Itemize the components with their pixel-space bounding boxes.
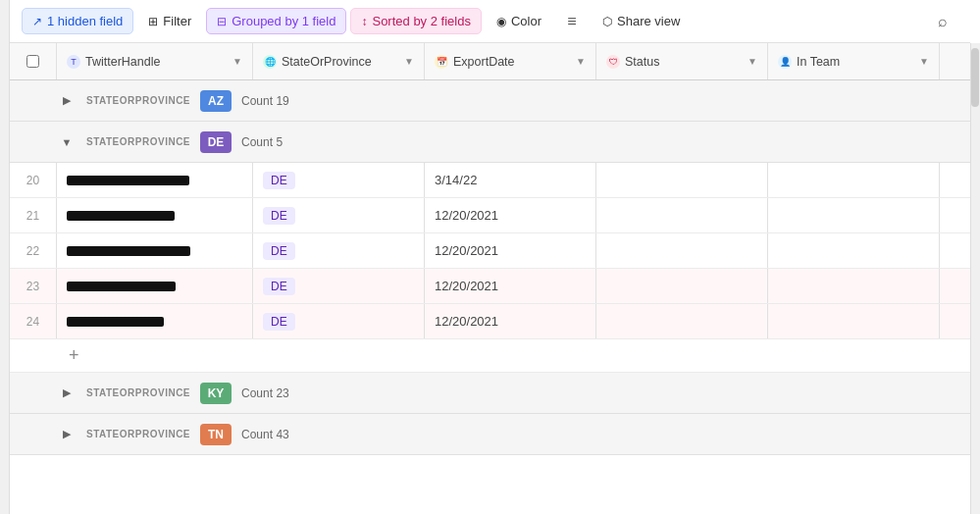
state-sort-arrow: ▼	[404, 56, 414, 67]
inteam-sort-arrow: ▼	[919, 56, 929, 67]
col-label-status: Status	[625, 55, 659, 69]
cell-twitter	[57, 198, 253, 232]
export-sort-arrow: ▼	[576, 56, 586, 67]
cell-status	[596, 304, 768, 338]
share-icon: ⬡	[602, 15, 612, 28]
cell-status	[596, 233, 768, 268]
twitter-sort-arrow: ▼	[232, 56, 242, 67]
add-row-button[interactable]: +	[10, 339, 970, 373]
status-field-icon: 🛡	[606, 55, 620, 69]
row-number: 22	[10, 233, 57, 268]
filter-label: Filter	[163, 14, 191, 28]
export-field-icon: 📅	[435, 55, 448, 69]
cell-inteam	[768, 233, 940, 268]
color-button[interactable]: ◉ Color	[486, 8, 552, 34]
color-label: Color	[511, 14, 542, 28]
cell-export: 12/20/2021	[425, 198, 596, 232]
filter-icon: ⊞	[148, 15, 158, 28]
color-icon: ◉	[496, 15, 506, 28]
group-count-AZ: Count 19	[241, 94, 289, 108]
cell-state: DE	[253, 198, 425, 232]
search-button[interactable]: ⌕	[927, 6, 958, 37]
expand-btn-AZ[interactable]: ▶	[57, 91, 77, 111]
col-header-state[interactable]: 🌐 StateOrProvince ▼	[253, 43, 425, 79]
state-pill: DE	[263, 242, 295, 260]
scroll-thumb[interactable]	[971, 48, 979, 107]
cell-export: 3/14/22	[425, 163, 596, 197]
group-badge-AZ: AZ	[200, 90, 232, 112]
col-label-state: StateOrProvince	[282, 55, 372, 69]
group-row-KY: ▶STATEORPROVINCEKYCount 23	[10, 373, 970, 414]
row-number: 23	[10, 269, 57, 303]
scrollbar[interactable]	[970, 43, 980, 514]
state-pill: DE	[263, 278, 295, 295]
state-pill: DE	[263, 207, 295, 225]
table-row[interactable]: 21DE12/20/2021	[10, 198, 970, 233]
col-header-export[interactable]: 📅 ExportDate ▼	[425, 43, 596, 79]
col-header-status[interactable]: 🛡 Status ▼	[596, 43, 768, 79]
group-row-TN: ▶STATEORPROVINCETNCount 43	[10, 414, 970, 455]
group-label: Grouped by 1 field	[232, 14, 335, 28]
select-all-checkbox[interactable]	[26, 55, 39, 68]
table-row[interactable]: 22DE12/20/2021	[10, 233, 970, 269]
hidden-field-label: 1 hidden field	[47, 14, 123, 28]
group-badge-DE: DE	[200, 131, 232, 153]
table-row[interactable]: 24DE12/20/2021	[10, 304, 970, 339]
cell-state: DE	[253, 233, 425, 268]
expand-btn-KY[interactable]: ▶	[57, 384, 77, 403]
cell-status	[596, 163, 768, 197]
cell-inteam	[768, 304, 940, 338]
group-icon: ⊟	[217, 15, 227, 28]
header-checkbox[interactable]	[10, 43, 57, 79]
cell-twitter	[57, 233, 253, 268]
share-button[interactable]: ⬡ Share view	[592, 8, 691, 34]
table-row[interactable]: 20DE3/14/22	[10, 163, 970, 198]
cell-export: 12/20/2021	[425, 233, 596, 268]
col-header-inteam[interactable]: 👤 In Team ▼	[768, 43, 940, 79]
row-number: 24	[10, 304, 57, 338]
state-pill: DE	[263, 172, 295, 189]
cell-status	[596, 269, 768, 303]
cell-twitter	[57, 163, 253, 197]
row-number: 21	[10, 198, 57, 232]
col-label-twitter: TwitterHandle	[85, 55, 160, 69]
hidden-field-icon: ↗	[32, 15, 42, 28]
cell-state: DE	[253, 163, 425, 197]
group-badge-KY: KY	[200, 383, 232, 404]
sort-button[interactable]: ↕ Sorted by 2 fields	[350, 8, 481, 34]
row-number: 20	[10, 163, 57, 197]
twitter-field-icon: T	[67, 55, 80, 69]
group-label: STATEORPROVINCE	[86, 95, 190, 106]
columns-button[interactable]: ≡	[556, 6, 588, 37]
share-label: Share view	[617, 14, 680, 28]
group-count-KY: Count 23	[241, 386, 289, 400]
cell-twitter	[57, 304, 253, 338]
cell-status	[596, 198, 768, 232]
group-button[interactable]: ⊟ Grouped by 1 field	[206, 8, 346, 34]
table-body: ▶STATEORPROVINCEAZCount 19▼STATEORPROVIN…	[10, 80, 970, 514]
left-sidebar-strip	[0, 0, 10, 514]
state-field-icon: 🌐	[263, 55, 277, 69]
group-row-DE: ▼STATEORPROVINCEDECount 5	[10, 122, 970, 163]
state-pill: DE	[263, 313, 295, 331]
group-count-DE: Count 5	[241, 135, 283, 149]
cell-inteam	[768, 269, 940, 303]
group-badge-TN: TN	[200, 424, 232, 445]
group-count-TN: Count 43	[241, 428, 289, 441]
cell-twitter	[57, 269, 253, 303]
cell-inteam	[768, 198, 940, 232]
toolbar: ↗ 1 hidden field ⊞ Filter ⊟ Grouped by 1…	[10, 0, 970, 43]
table-header: T TwitterHandle ▼ 🌐 StateOrProvince ▼ 📅 …	[10, 43, 970, 80]
table-row[interactable]: 23DE12/20/2021	[10, 269, 970, 304]
hidden-field-button[interactable]: ↗ 1 hidden field	[22, 8, 133, 34]
col-label-export: ExportDate	[453, 55, 515, 69]
filter-button[interactable]: ⊞ Filter	[137, 8, 202, 34]
cell-export: 12/20/2021	[425, 269, 596, 303]
expand-btn-TN[interactable]: ▶	[57, 425, 77, 444]
expand-btn-DE[interactable]: ▼	[57, 132, 77, 152]
col-header-twitter[interactable]: T TwitterHandle ▼	[57, 43, 253, 79]
col-label-inteam: In Team	[797, 55, 840, 69]
group-label: STATEORPROVINCE	[86, 429, 190, 439]
group-row-AZ: ▶STATEORPROVINCEAZCount 19	[10, 80, 970, 122]
status-sort-arrow: ▼	[748, 56, 757, 67]
